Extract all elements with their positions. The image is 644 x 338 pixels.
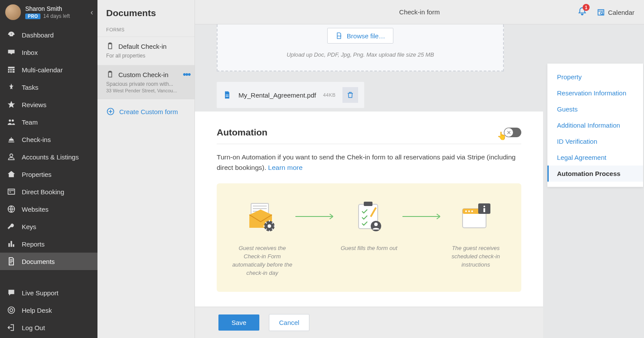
cancel-button[interactable]: Cancel <box>269 314 309 331</box>
rnav-automation[interactable]: Automation Process <box>547 166 643 182</box>
form-card-sub: For all properties <box>106 53 186 59</box>
rnav-additional[interactable]: Additional Information <box>547 117 643 133</box>
rnav-id[interactable]: ID Verification <box>547 133 643 149</box>
file-size: 44KB <box>323 92 335 98</box>
nav-reports[interactable]: Reports <box>0 235 97 253</box>
rnav-legal[interactable]: Legal Agreement <box>547 149 643 166</box>
nav-properties[interactable]: Properties <box>0 166 97 183</box>
nav-label: Direct Booking <box>22 188 64 196</box>
main-sidebar: Sharon Smith PRO 14 days left ‹ Dashboar… <box>0 0 97 338</box>
globe-icon <box>7 205 16 213</box>
form-custom-checkin[interactable]: Custom Check-in ••• Spacious private roo… <box>97 65 195 99</box>
document-icon <box>7 257 16 266</box>
svg-point-1 <box>8 307 15 314</box>
svg-point-17 <box>468 210 470 212</box>
inbox-icon <box>7 48 16 57</box>
nav-keys[interactable]: Keys <box>0 218 97 235</box>
nav-dashboard[interactable]: Dashboard <box>0 26 97 44</box>
form-default-checkin[interactable]: Default Check-in For all properties <box>97 37 195 65</box>
documents-panel: Documents FORMS Default Check-in For all… <box>97 0 195 338</box>
nav-logout[interactable]: Log Out <box>0 319 97 336</box>
svg-point-16 <box>465 210 467 212</box>
delete-file-button[interactable] <box>342 87 358 103</box>
nav-tasks[interactable]: Tasks <box>0 78 97 96</box>
flow-step-1: Guest receives the Check-in Form automat… <box>230 200 295 277</box>
panel-section-label: FORMS <box>97 27 195 37</box>
rnav-guests[interactable]: Guests <box>547 101 643 117</box>
svg-text:PDF: PDF <box>337 35 341 37</box>
account-icon <box>7 152 16 161</box>
save-button[interactable]: Save <box>218 314 259 331</box>
envelope-gear-icon <box>245 200 280 235</box>
nav-label: Dashboard <box>22 31 54 39</box>
nav-multicalendar[interactable]: Multi-calendar <box>0 61 97 78</box>
flow-caption-3: The guest receives scheduled check-in in… <box>443 244 508 269</box>
nav-label: Team <box>22 118 38 126</box>
form-footer: Save Cancel <box>195 307 543 338</box>
main-area: PDF Browse file… Upload up Doc, PDF, Jpg… <box>195 24 644 338</box>
trash-icon <box>346 91 354 99</box>
avatar <box>5 4 21 20</box>
nav-team[interactable]: Team <box>0 113 97 131</box>
more-menu-icon[interactable]: ••• <box>183 71 190 78</box>
collapse-chevron-icon[interactable]: ‹ <box>91 8 93 17</box>
pro-badge: PRO <box>25 14 40 19</box>
nav-label: Reviews <box>22 101 47 108</box>
automation-desc-text: Turn-on Automation if you want to send t… <box>217 153 516 171</box>
nav-accounts[interactable]: Accounts & Listings <box>0 148 97 166</box>
nav-help-desk[interactable]: Help Desk <box>0 301 97 319</box>
calendar-link[interactable]: Calendar <box>597 8 634 17</box>
pdf-file-icon: PDF <box>335 32 342 40</box>
create-label: Create Custom form <box>119 108 178 115</box>
uploaded-file-chip: My_Rental_Agreement.pdf 44KB <box>217 82 364 108</box>
learn-more-link[interactable]: Learn more <box>268 164 302 171</box>
svg-rect-10 <box>364 202 372 206</box>
automation-description: Turn-on Automation if you want to send t… <box>217 152 521 173</box>
create-custom-form[interactable]: Create Custom form <box>97 99 195 124</box>
nav-direct-booking[interactable]: Direct Booking <box>0 183 97 200</box>
notifications-button[interactable]: 1 <box>577 7 587 18</box>
clipboard-icon <box>106 71 114 78</box>
nav-bottom: Live Support Help Desk Log Out <box>0 284 97 338</box>
nav-reviews[interactable]: Reviews <box>0 96 97 113</box>
automation-flow-diagram: Guest receives the Check-in Form automat… <box>217 183 521 292</box>
notif-count-badge: 1 <box>583 4 590 11</box>
user-name: Sharon Smith <box>25 5 70 12</box>
browser-info-icon <box>458 200 493 235</box>
nav-websites[interactable]: Websites <box>0 200 97 218</box>
pin-icon <box>7 83 16 91</box>
svg-point-20 <box>483 206 485 207</box>
nav-label: Properties <box>22 171 51 178</box>
nav-label: Documents <box>22 258 55 265</box>
upload-dropzone[interactable]: PDF Browse file… Upload up Doc, PDF, Jpg… <box>217 24 504 71</box>
user-block[interactable]: Sharon Smith PRO 14 days left ‹ <box>0 0 97 24</box>
section-nav: Property Reservation Information Guests … <box>547 64 643 187</box>
star-icon <box>7 100 16 109</box>
calendar-label: Calendar <box>608 9 634 16</box>
svg-point-18 <box>471 210 473 212</box>
rnav-reservation[interactable]: Reservation Information <box>547 85 643 101</box>
nav-live-support[interactable]: Live Support <box>0 284 97 301</box>
days-left: 14 days left <box>43 13 70 19</box>
browse-file-button[interactable]: PDF Browse file… <box>327 28 393 44</box>
automation-section: Automation ✕ Turn-on Automation if you w… <box>195 112 543 312</box>
clipboard-icon <box>106 42 114 50</box>
nav-label: Reports <box>22 240 45 248</box>
nav-checkins[interactable]: Check-ins <box>0 131 97 148</box>
automation-toggle[interactable]: ✕ <box>504 128 521 137</box>
nav-inbox[interactable]: Inbox <box>0 44 97 61</box>
flow-step-2: Guest fills the form out <box>336 200 401 253</box>
gauge-icon <box>7 30 16 39</box>
svg-point-2 <box>10 309 13 312</box>
panel-title: Documents <box>97 0 195 27</box>
nav-label: Help Desk <box>22 307 52 314</box>
rnav-property[interactable]: Property <box>547 69 643 85</box>
nav-label: Accounts & Listings <box>22 153 79 161</box>
page-title: Check-in form <box>399 8 439 16</box>
key-icon <box>7 222 16 231</box>
form-card-title: Default Check-in <box>118 43 167 50</box>
lifebuoy-icon <box>7 306 16 314</box>
form-card-title: Custom Check-in <box>118 71 168 78</box>
nav-documents[interactable]: Documents <box>0 253 97 270</box>
plus-circle-icon <box>106 107 115 116</box>
